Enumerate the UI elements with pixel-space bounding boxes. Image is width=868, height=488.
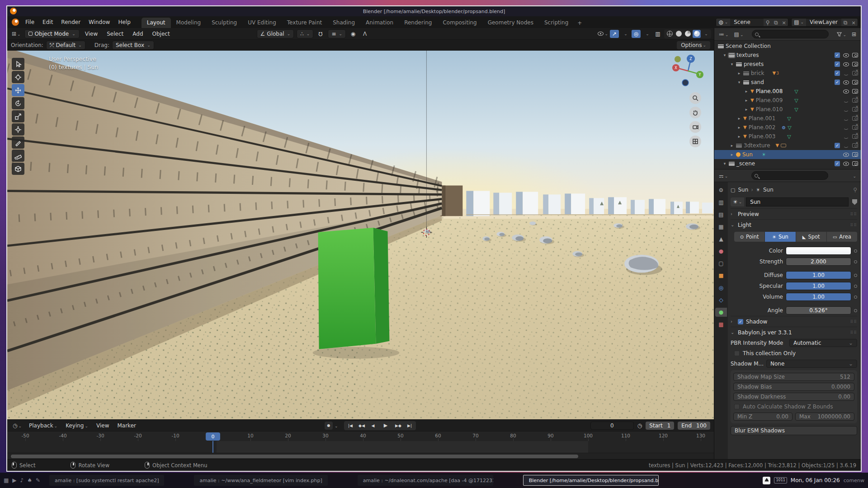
taskbar-window-blender[interactable]: Blender [/home/amalie/Desktop/blender/pr… [523, 475, 659, 486]
render-toggle[interactable] [852, 71, 858, 75]
auto-keying-icon[interactable]: ● [325, 422, 333, 430]
keyboard-layout-indicator[interactable]: 1011 [774, 477, 787, 483]
render-toggle[interactable] [852, 98, 858, 103]
pivot-point-dropdown[interactable]: ∴ [297, 29, 313, 38]
zoom-icon[interactable] [689, 92, 701, 104]
menu-window[interactable]: Window [85, 18, 113, 26]
render-toggle[interactable] [852, 80, 858, 84]
start-frame-field[interactable]: Start 1 [646, 422, 674, 430]
tab-collection[interactable]: ▢ [715, 259, 727, 268]
tab-geometry-nodes[interactable]: Geometry Nodes [482, 18, 539, 28]
options-dropdown[interactable]: Options [677, 41, 710, 49]
editor-type-icon[interactable]: ⊞ [10, 31, 23, 37]
render-toggle[interactable] [852, 125, 858, 130]
expand-arrow-icon[interactable]: ▸ [744, 89, 749, 94]
menu-object[interactable]: Object [149, 30, 174, 38]
tab-uv-editing[interactable]: UV Editing [242, 18, 282, 28]
perspective-grid-icon[interactable] [689, 136, 701, 147]
keying-set-dropdown[interactable] [334, 422, 338, 429]
tool-scale[interactable] [12, 110, 24, 122]
tab-layout[interactable]: Layout [142, 18, 171, 28]
overlays-dropdown[interactable] [642, 30, 651, 38]
render-toggle[interactable] [852, 53, 858, 57]
render-toggle[interactable] [852, 143, 858, 148]
clock[interactable]: Mon, 06 Jan 00:26 [791, 477, 840, 483]
timeline-scrollbar[interactable] [7, 453, 714, 459]
strength-field[interactable]: 2.000 [786, 258, 851, 266]
angle-field[interactable]: 0.526° [786, 306, 851, 314]
light-type-area[interactable]: ▭Area [827, 232, 857, 242]
pin-scene-icon[interactable]: ⚲ [764, 19, 772, 26]
show-overlays-button[interactable]: ◎ [632, 30, 641, 38]
shadow-checkbox[interactable]: ✓ [738, 319, 743, 324]
collection-only-checkbox[interactable] [734, 351, 740, 356]
properties-editor-icon[interactable]: ⚎ [717, 173, 730, 179]
tab-output[interactable]: ▤ [715, 210, 727, 219]
current-frame-field[interactable]: 0 [590, 422, 634, 430]
show-gizmo-button[interactable]: ↗ [610, 30, 619, 38]
shading-material-icon[interactable] [684, 30, 692, 38]
properties-options-icon[interactable] [850, 173, 858, 179]
notification-icon[interactable] [763, 477, 770, 484]
decorator-dot[interactable] [854, 309, 857, 312]
light-type-sun[interactable]: ☀Sun [765, 232, 795, 242]
render-toggle[interactable] [852, 116, 858, 121]
tab-scripting[interactable]: Scripting [539, 18, 574, 28]
stopwatch-icon[interactable]: ◷ [637, 422, 642, 429]
view-navigation-gizmo[interactable]: Z X Y [670, 53, 706, 89]
render-toggle[interactable] [852, 134, 858, 139]
outliner-row-plane009[interactable]: ▸ ▼ Plane.009 ▽ [714, 96, 861, 105]
hide-eye-toggle[interactable] [843, 153, 849, 157]
auto-calc-checkbox[interactable] [734, 404, 740, 409]
filter-icon[interactable] [835, 31, 848, 38]
exclude-checkbox[interactable]: ✓ [835, 70, 840, 76]
hide-eye-toggle[interactable] [843, 71, 849, 75]
orientation-default-dropdown[interactable]: ⤱ Default [46, 41, 85, 50]
hide-eye-toggle[interactable] [843, 62, 849, 66]
viewport-3d[interactable]: User Perspective (0) textures | Sun [7, 51, 714, 419]
tool-measure[interactable] [12, 150, 24, 162]
light-type-point[interactable]: ⊙Point [734, 232, 764, 242]
add-workspace-button[interactable]: + [574, 18, 585, 28]
render-toggle[interactable] [852, 107, 858, 112]
tab-texture[interactable]: ▩ [715, 320, 727, 329]
object-visibility-dropdown[interactable] [598, 30, 608, 38]
expand-arrow-icon[interactable]: ▸ [737, 71, 741, 75]
app-icon[interactable]: ♠ [27, 477, 32, 483]
playhead[interactable]: 0 [206, 432, 220, 441]
render-toggle[interactable] [852, 62, 858, 66]
timeline-ruler[interactable]: -50 -40 -30 -20 -10 0 10 20 30 40 50 60 … [7, 431, 714, 441]
tab-render[interactable]: ▥ [715, 198, 727, 207]
hide-eye-toggle[interactable] [843, 162, 849, 166]
tab-texture-paint[interactable]: Texture Paint [282, 18, 327, 28]
outliner-row-sand[interactable]: ▾ sand ✓ [714, 78, 861, 87]
expand-arrow-icon[interactable]: ▸ [730, 152, 734, 157]
volume-slider[interactable]: 1.00 [786, 293, 851, 301]
tab-tool[interactable]: ⚙ [715, 186, 727, 195]
play-button[interactable]: ▶ [379, 422, 392, 430]
scrollbar-thumb[interactable] [11, 455, 578, 458]
tool-transform[interactable] [12, 123, 24, 136]
falloff-curve-icon[interactable]: Λ [360, 30, 369, 38]
hide-eye-toggle[interactable] [843, 53, 849, 57]
light-browse-icon[interactable]: ☀ [731, 197, 744, 206]
pin-id-icon[interactable]: ⚲ [853, 187, 857, 193]
expand-arrow-icon[interactable]: ▾ [722, 161, 727, 166]
snap-toggle-magnet-icon[interactable]: Ω [316, 30, 325, 38]
exclude-checkbox[interactable]: ✓ [835, 143, 840, 148]
expand-arrow-icon[interactable]: ▾ [722, 53, 727, 57]
menu-file[interactable]: File [22, 18, 38, 26]
properties-search-input[interactable] [760, 173, 825, 178]
jump-to-end-button[interactable]: ▶| [404, 422, 415, 430]
expand-arrow-icon[interactable]: ▸ [730, 143, 734, 148]
new-scene-icon[interactable]: ⧉ [772, 19, 780, 26]
tab-modeling[interactable]: Modeling [171, 18, 207, 28]
tool-rotate[interactable] [12, 97, 24, 109]
tool-annotate[interactable] [12, 136, 24, 149]
decorator-dot[interactable] [854, 285, 857, 288]
exclude-checkbox[interactable]: ✓ [835, 161, 840, 166]
tool-select-box[interactable] [12, 58, 24, 70]
tab-view-layer[interactable]: ▦ [715, 222, 727, 231]
hide-eye-toggle[interactable] [843, 108, 849, 112]
tab-shading[interactable]: Shading [327, 18, 360, 28]
